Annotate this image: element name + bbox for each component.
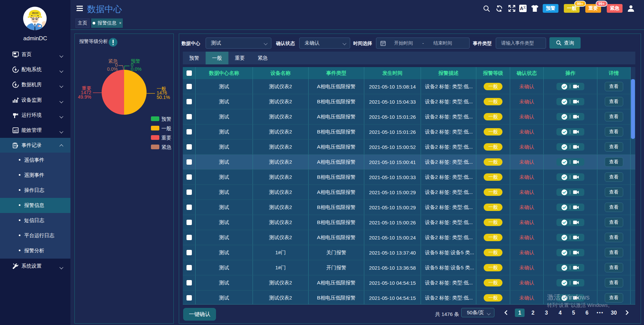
svg-text:Acrel: Acrel [32, 11, 39, 14]
svg-text:重要: 重要 [161, 135, 171, 141]
svg-text:0.0%: 0.0% [107, 66, 118, 72]
svg-text:预警: 预警 [161, 116, 171, 122]
svg-text:49.9%: 49.9% [78, 94, 91, 100]
svg-text:0.0%: 0.0% [131, 66, 142, 72]
svg-text:紧急: 紧急 [161, 144, 171, 150]
svg-text:一般: 一般 [161, 125, 171, 131]
svg-text:50.1%: 50.1% [157, 95, 170, 100]
svg-text:文: 文 [523, 6, 526, 9]
